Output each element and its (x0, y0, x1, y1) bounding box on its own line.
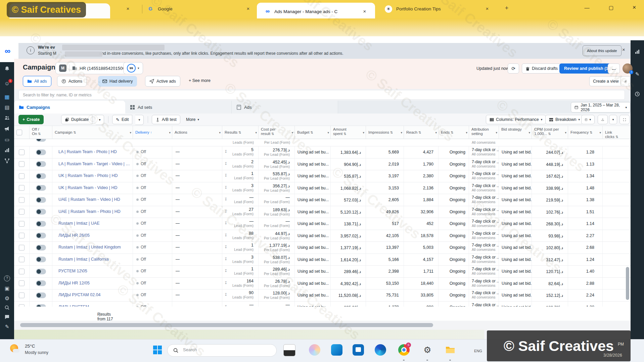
sort-icon[interactable]: ⇅ (38, 132, 41, 136)
campaign-name-link[interactable]: РУСТЕМ 12\05 (52, 266, 133, 273)
campaign-toggle[interactable] (36, 245, 46, 251)
filter-search-input[interactable] (18, 90, 625, 100)
taskbar-search-input[interactable] (182, 347, 268, 353)
chat-icon[interactable] (0, 314, 14, 321)
export-menu-caret[interactable]: ▾ (609, 115, 617, 124)
sort-icon[interactable]: ⇅ (615, 135, 618, 139)
row-checkbox[interactable] (19, 161, 25, 167)
row-checkbox[interactable] (19, 245, 25, 251)
tab-ads-manager[interactable]: ∞ Ads Manager - Manage ads - C × (257, 3, 375, 18)
close-tab-icon[interactable]: × (362, 8, 368, 14)
sort-icon[interactable]: ⇅ (343, 132, 346, 136)
settings-gear-icon[interactable]: ⚙ (0, 295, 14, 302)
table-row[interactable]: Rustam | Imtiaz | California Off — ↧3Lea… (14, 254, 631, 266)
table-row[interactable]: ЛИДЫ РУСТАМ 02.04 Off — ↧90Leads (Form) … (14, 289, 631, 302)
expand-button[interactable] (619, 115, 630, 124)
column-header-bid[interactable]: Bid strategy▾ (499, 126, 532, 139)
sort-icon[interactable]: ⇅ (548, 132, 551, 136)
info-icon[interactable]: ⓘ (97, 312, 101, 318)
table-row[interactable]: Rustam | Imtiaz | UAE Off — ↧—Lead (Form… (14, 218, 631, 230)
chevron-down-icon[interactable]: ▾ (363, 131, 364, 135)
campaign-toggle[interactable] (36, 221, 46, 227)
window-maximize-icon[interactable]: ▢ (607, 5, 615, 11)
filter-actions[interactable]: Actions (57, 76, 87, 87)
campaign-toggle[interactable] (36, 139, 46, 142)
chevron-down-icon[interactable]: ▾ (169, 131, 171, 135)
filter-all-ads[interactable]: All ads (23, 76, 51, 87)
campaign-toggle[interactable] (36, 280, 46, 286)
column-header-attribution[interactable]: Attribution setting▾ (469, 126, 499, 139)
sort-icon[interactable]: ⇅ (73, 131, 76, 134)
campaign-toggle[interactable] (36, 149, 46, 155)
notification-count-dropdown[interactable]: 99 ▾ (123, 62, 143, 74)
campaign-name-link[interactable]: Rustam | Imtiaz | United Kingdom (52, 242, 133, 250)
close-tab-icon[interactable]: × (484, 6, 490, 12)
duplicate-menu-caret[interactable]: ▾ (96, 115, 104, 125)
table-row[interactable]: РУСТЕМ 12\05 Off — ↧1Lead (Form) 289.46د… (14, 266, 631, 278)
column-header-select-all[interactable] (14, 126, 30, 139)
discard-drafts-button[interactable]: Discard drafts (522, 63, 561, 74)
sort-icon[interactable]: ⇅ (418, 131, 421, 134)
campaign-toggle[interactable] (36, 209, 46, 215)
more-options-button[interactable]: … (608, 63, 620, 74)
download-icon[interactable]: ↧ (224, 292, 227, 297)
campaign-name-link[interactable]: UAE | Rustam Team - Photo | HD (52, 206, 133, 214)
campaign-name-link[interactable]: Rustam | Imtiaz | UAE (52, 218, 133, 226)
campaign-name-link[interactable]: UAE | Rustam Team - Video | HD (52, 194, 133, 202)
table-row[interactable]: LA | Rustam Team - Photo | HD Off — ↧5Le… (14, 146, 631, 159)
campaign-name-link[interactable]: ЛИДЫ HR 12/05 (52, 278, 133, 285)
user-avatar[interactable]: f (623, 63, 633, 74)
campaign-name-link[interactable]: LA | Rustam Team - Target - Video | HD (52, 159, 133, 166)
filter-had-delivery[interactable]: Had delivery (98, 76, 137, 87)
window-close-icon[interactable]: × (630, 4, 639, 11)
column-header-on-off[interactable]: Off / On⇅ (30, 126, 52, 139)
campaign-toggle[interactable] (36, 233, 46, 238)
campaign-name-link[interactable]: UK | Rustam Team - Photo | HD (52, 170, 133, 178)
campaign-name-link[interactable]: Rustam | Imtiaz | California (52, 254, 133, 262)
chevron-down-icon[interactable]: ▾ (291, 131, 293, 135)
table-row[interactable]: ЛИДЫ HR 12/05 Off — ↧164Leads (Form) 26.… (14, 278, 631, 290)
download-icon[interactable]: ↧ (224, 197, 227, 201)
download-icon[interactable]: ↧ (224, 233, 227, 237)
more-button[interactable]: More ▾ (183, 115, 202, 124)
table-row[interactable]: LA | Rustam Team - Target - Video | HD O… (14, 159, 631, 171)
columns-button[interactable]: Columns: Performance ▾ (486, 115, 546, 124)
audiences-people-icon[interactable] (0, 115, 14, 122)
chevron-down-icon[interactable]: ▾ (528, 131, 530, 135)
tab-ad-sets[interactable]: Ad sets (125, 101, 232, 114)
settings-app-icon[interactable]: ⚙ (422, 344, 433, 356)
column-header-delivery[interactable]: Delivery↑▾ (133, 126, 172, 139)
start-button[interactable] (152, 344, 163, 356)
column-header-campaign[interactable]: Campaign⇅▾ (52, 126, 133, 139)
weather-condition[interactable]: Mostly sunny (25, 350, 48, 355)
column-header-frequency[interactable]: Frequency⇅▾ (568, 126, 603, 139)
chevron-down-icon[interactable]: ▾ (599, 131, 601, 135)
tray-clock-period[interactable]: PM (618, 342, 624, 347)
sort-icon[interactable]: ⇅ (310, 131, 313, 134)
view-settings-button[interactable] (620, 76, 631, 86)
row-checkbox[interactable] (19, 209, 25, 215)
clipboard-icon[interactable]: ▣ (0, 285, 14, 291)
column-header-ends[interactable]: Ends⇅▾ (439, 126, 469, 139)
row-checkbox[interactable] (19, 173, 25, 179)
chevron-down-icon[interactable]: ▾ (130, 131, 131, 135)
download-icon[interactable]: ↧ (224, 257, 227, 261)
campaign-name-link[interactable]: ЛИДЫ РУСТАМ 02.04 (52, 289, 133, 297)
chevron-down-icon[interactable]: ▾ (255, 131, 257, 135)
row-checkbox[interactable] (19, 269, 25, 274)
breakdown-button[interactable]: Breakdown ▾ (545, 115, 584, 124)
column-header-impressions[interactable]: Impressions⇅▾ (366, 126, 404, 139)
history-clock-icon[interactable] (631, 91, 644, 98)
tab-ads[interactable]: Ads (232, 101, 338, 114)
close-tab-icon[interactable]: × (245, 6, 251, 12)
edit-menu-caret[interactable]: ▾ (135, 115, 144, 125)
tab-portfolio-title[interactable]: Portfolio Creation Tips (396, 6, 477, 11)
vertical-scrollbar[interactable] (626, 267, 629, 300)
column-header-amount[interactable]: Amount spent⇅▾ (331, 126, 366, 139)
campaign-name-link[interactable]: UK | Rustam Team - Video | HD (52, 182, 133, 190)
duplicate-button[interactable]: Duplicate (61, 115, 92, 124)
notepad-app-icon[interactable] (283, 344, 295, 356)
row-checkbox[interactable] (19, 257, 25, 262)
about-this-update-button[interactable]: About this update (583, 45, 622, 56)
tab-google-title[interactable]: Google (158, 6, 228, 11)
